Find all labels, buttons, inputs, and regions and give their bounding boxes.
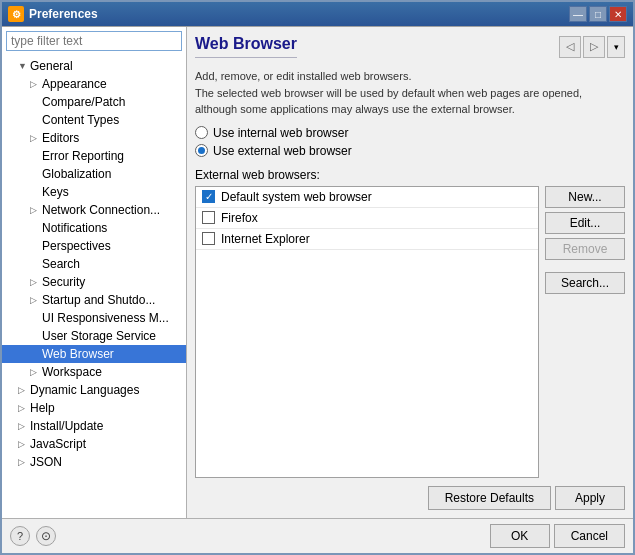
info-icon[interactable]: ⊙: [36, 526, 56, 546]
tree-item-general[interactable]: ▼ General: [2, 57, 186, 75]
expand-arrow-help: ▷: [18, 403, 30, 413]
expand-arrow-dynamic: ▷: [18, 385, 30, 395]
close-button[interactable]: ✕: [609, 6, 627, 22]
browser-label-firefox: Firefox: [221, 211, 258, 225]
forward-button[interactable]: ▷: [583, 36, 605, 58]
ok-button[interactable]: OK: [490, 524, 550, 548]
tree-item-workspace[interactable]: ▷ Workspace: [2, 363, 186, 381]
checkbox-default[interactable]: [202, 190, 215, 203]
tree-item-user-storage[interactable]: User Storage Service: [2, 327, 186, 345]
radio-group: Use internal web browser Use external we…: [195, 126, 625, 162]
cancel-button[interactable]: Cancel: [554, 524, 625, 548]
expand-arrow-workspace: ▷: [30, 367, 42, 377]
tree-item-install-update[interactable]: ▷ Install/Update: [2, 417, 186, 435]
expand-arrow-json: ▷: [18, 457, 30, 467]
tree-label-workspace: Workspace: [42, 365, 102, 379]
tree-label-globalization: Globalization: [42, 167, 111, 181]
window-title: Preferences: [29, 7, 98, 21]
tree-item-help[interactable]: ▷ Help: [2, 399, 186, 417]
panel-description: Add, remove, or edit installed web brows…: [195, 68, 625, 118]
radio-internal-row[interactable]: Use internal web browser: [195, 126, 625, 140]
external-browsers-label: External web browsers:: [195, 168, 625, 182]
tree-item-keys[interactable]: Keys: [2, 183, 186, 201]
maximize-button[interactable]: □: [589, 6, 607, 22]
radio-internal[interactable]: [195, 126, 208, 139]
filter-input[interactable]: [6, 31, 182, 51]
tree-item-security[interactable]: ▷ Security: [2, 273, 186, 291]
nav-dropdown-button[interactable]: ▾: [607, 36, 625, 58]
tree-item-appearance[interactable]: ▷ Appearance: [2, 75, 186, 93]
browser-label-default: Default system web browser: [221, 190, 372, 204]
tree-label-security: Security: [42, 275, 85, 289]
tree-item-error-reporting[interactable]: Error Reporting: [2, 147, 186, 165]
tree-label-web-browser: Web Browser: [42, 347, 114, 361]
expand-arrow-install: ▷: [18, 421, 30, 431]
tree-label-keys: Keys: [42, 185, 69, 199]
new-button[interactable]: New...: [545, 186, 625, 208]
browser-label-ie: Internet Explorer: [221, 232, 310, 246]
desc-line2: The selected web browser will be used by…: [195, 87, 582, 99]
tree-item-content-types[interactable]: Content Types: [2, 111, 186, 129]
tree-label-dynamic-languages: Dynamic Languages: [30, 383, 139, 397]
tree-item-search[interactable]: Search: [2, 255, 186, 273]
tree-label-network: Network Connection...: [42, 203, 160, 217]
tree-item-network[interactable]: ▷ Network Connection...: [2, 201, 186, 219]
content-area: ▼ General ▷ Appearance Compare/Patch: [2, 26, 633, 518]
tree-label-appearance: Appearance: [42, 77, 107, 91]
remove-button[interactable]: Remove: [545, 238, 625, 260]
tree-item-json[interactable]: ▷ JSON: [2, 453, 186, 471]
back-button[interactable]: ◁: [559, 36, 581, 58]
desc-line3: although some applications may always us…: [195, 103, 515, 115]
radio-internal-label: Use internal web browser: [213, 126, 348, 140]
search-button[interactable]: Search...: [545, 272, 625, 294]
panel-title: Web Browser: [195, 35, 297, 58]
tree-label-compare-patch: Compare/Patch: [42, 95, 125, 109]
tree-label-content-types: Content Types: [42, 113, 119, 127]
tree-item-globalization[interactable]: Globalization: [2, 165, 186, 183]
tree-label-help: Help: [30, 401, 55, 415]
title-buttons: — □ ✕: [569, 6, 627, 22]
tree-item-compare-patch[interactable]: Compare/Patch: [2, 93, 186, 111]
radio-external[interactable]: [195, 144, 208, 157]
footer-buttons: OK Cancel: [482, 519, 633, 553]
browser-container: Default system web browser Firefox Inter…: [195, 186, 625, 479]
tree-label-json: JSON: [30, 455, 62, 469]
tree-item-notifications[interactable]: Notifications: [2, 219, 186, 237]
browser-item-firefox[interactable]: Firefox: [196, 208, 538, 229]
browser-list: Default system web browser Firefox Inter…: [195, 186, 539, 479]
expand-arrow-editors: ▷: [30, 133, 42, 143]
expand-arrow-appearance: ▷: [30, 79, 42, 89]
tree-label-notifications: Notifications: [42, 221, 107, 235]
checkbox-firefox[interactable]: [202, 211, 215, 224]
tree-area: ▼ General ▷ Appearance Compare/Patch: [2, 55, 186, 518]
desc-line1: Add, remove, or edit installed web brows…: [195, 70, 411, 82]
tree-item-startup[interactable]: ▷ Startup and Shutdo...: [2, 291, 186, 309]
radio-external-row[interactable]: Use external web browser: [195, 144, 625, 158]
tree-item-ui-responsiveness[interactable]: UI Responsiveness M...: [2, 309, 186, 327]
help-icon[interactable]: ?: [10, 526, 30, 546]
tree-item-dynamic-languages[interactable]: ▷ Dynamic Languages: [2, 381, 186, 399]
tree-label-perspectives: Perspectives: [42, 239, 111, 253]
expand-arrow-general: ▼: [18, 61, 30, 71]
tree-item-editors[interactable]: ▷ Editors: [2, 129, 186, 147]
restore-defaults-button[interactable]: Restore Defaults: [428, 486, 551, 510]
minimize-button[interactable]: —: [569, 6, 587, 22]
nav-buttons: ◁ ▷ ▾: [559, 36, 625, 58]
checkbox-ie[interactable]: [202, 232, 215, 245]
title-bar: ⚙ Preferences — □ ✕: [2, 2, 633, 26]
tree-item-javascript[interactable]: ▷ JavaScript: [2, 435, 186, 453]
edit-button[interactable]: Edit...: [545, 212, 625, 234]
tree-item-perspectives[interactable]: Perspectives: [2, 237, 186, 255]
tree-label-general: General: [30, 59, 73, 73]
tree-label-startup: Startup and Shutdo...: [42, 293, 155, 307]
tree-label-user-storage: User Storage Service: [42, 329, 156, 343]
expand-arrow-javascript: ▷: [18, 439, 30, 449]
browser-item-default[interactable]: Default system web browser: [196, 187, 538, 208]
apply-button[interactable]: Apply: [555, 486, 625, 510]
title-bar-left: ⚙ Preferences: [8, 6, 98, 22]
tree-label-editors: Editors: [42, 131, 79, 145]
tree-item-web-browser[interactable]: Web Browser: [2, 345, 186, 363]
tree-label-error-reporting: Error Reporting: [42, 149, 124, 163]
browser-item-ie[interactable]: Internet Explorer: [196, 229, 538, 250]
right-panel: Web Browser ◁ ▷ ▾ Add, remove, or edit i…: [187, 27, 633, 518]
